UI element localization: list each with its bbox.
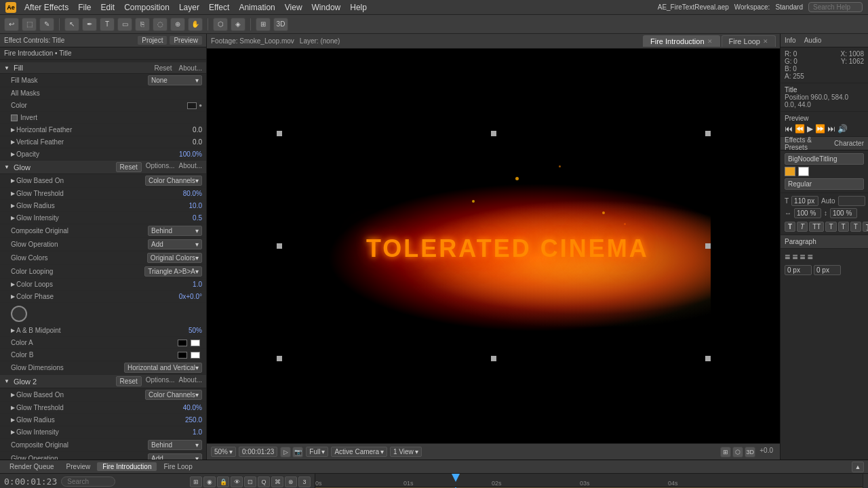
glow-based-dropdown[interactable]: Color Channels ▾ xyxy=(145,176,202,186)
align-center-btn[interactable]: ≡ xyxy=(792,251,797,262)
super-btn[interactable]: T xyxy=(838,222,849,232)
comp-tab-fire-loop[interactable]: Fire Loop ✕ xyxy=(722,35,776,47)
h-feather-value[interactable]: 0.0 xyxy=(193,126,202,134)
justify-btn[interactable]: ≡ xyxy=(808,251,813,262)
color-swatch[interactable] xyxy=(187,102,197,109)
color-phase-value[interactable]: 0x+0.0° xyxy=(179,293,202,300)
v-feather-value[interactable]: 0.0 xyxy=(193,138,202,146)
font-size-input[interactable] xyxy=(791,196,818,206)
indent-right-input[interactable] xyxy=(814,265,841,275)
glow2-intensity-value[interactable]: 1.0 xyxy=(193,428,202,436)
prev-back-btn[interactable]: ⏪ xyxy=(795,124,805,134)
menu-effect[interactable]: Effect xyxy=(209,3,229,12)
handle-ml[interactable] xyxy=(277,243,282,249)
handle-tc[interactable] xyxy=(491,131,496,136)
comp-tab-close-loop[interactable]: ✕ xyxy=(763,38,768,45)
tool-select[interactable]: ↖ xyxy=(64,18,79,31)
snap-btn[interactable]: ⊞ xyxy=(256,18,271,31)
font-dropdown[interactable]: BigNoodleTitling xyxy=(785,153,864,165)
glow-reset-btn[interactable]: Reset xyxy=(116,162,142,172)
tool-feather[interactable]: ◈ xyxy=(231,18,245,31)
quality-dropdown[interactable]: Full ▾ xyxy=(306,447,328,457)
motion-blur-btn[interactable]: ⌘ xyxy=(271,476,283,487)
glow-dim-dropdown[interactable]: Horizontal and Vertical ▾ xyxy=(124,363,202,373)
color-b-swatch2[interactable] xyxy=(191,352,200,359)
char-color-white[interactable] xyxy=(798,167,809,176)
tl-expand-btn[interactable]: ▲ xyxy=(852,462,864,472)
underline-btn[interactable]: T̲ xyxy=(863,222,868,232)
glow2-reset-btn[interactable]: Reset xyxy=(116,376,142,386)
char-color-orange[interactable] xyxy=(785,167,795,176)
indent-left-input[interactable] xyxy=(785,265,812,275)
zoom-dropdown[interactable]: 50% ▾ xyxy=(211,447,236,457)
allcaps-btn[interactable]: TT xyxy=(809,222,824,232)
tool-clone[interactable]: ⎘ xyxy=(135,18,150,31)
sub-btn[interactable]: T xyxy=(850,222,861,232)
tool-pen[interactable]: ✒ xyxy=(82,18,97,31)
glow-threshold-value[interactable]: 80.0% xyxy=(183,190,202,197)
3d-layer-btn[interactable]: 3 xyxy=(298,476,311,487)
menu-items[interactable]: After Effects File Edit Composition Laye… xyxy=(24,3,367,12)
menu-edit[interactable]: Edit xyxy=(100,3,115,12)
camera-dropdown[interactable]: Active Camera ▾ xyxy=(331,447,387,457)
prev-fwd-btn[interactable]: ⏩ xyxy=(815,124,825,134)
comp-tab-close-intro[interactable]: ✕ xyxy=(707,38,713,45)
font-style-dropdown[interactable]: Regular xyxy=(785,178,864,190)
tool-camera[interactable]: ⊕ xyxy=(170,18,185,31)
horiz-scale-input[interactable] xyxy=(794,208,821,218)
menu-view[interactable]: View xyxy=(285,3,302,12)
prev-first-btn[interactable]: ⏮ xyxy=(785,124,793,134)
lock-btn[interactable]: 🔒 xyxy=(217,476,229,487)
tool-btn-3[interactable]: ✎ xyxy=(39,18,54,31)
fill-mask-dropdown[interactable]: None ▾ xyxy=(148,75,202,85)
view-dropdown[interactable]: 1 View ▾ xyxy=(390,447,422,457)
menu-help[interactable]: Help xyxy=(350,3,367,12)
glow2-radius-value[interactable]: 250.0 xyxy=(185,416,202,424)
opacity-value[interactable]: 100.0% xyxy=(179,150,202,158)
handle-bl[interactable] xyxy=(277,356,282,361)
3d-btn[interactable]: 3D xyxy=(273,18,288,31)
color-loops-value[interactable]: 1.0 xyxy=(193,281,202,288)
info-tab[interactable]: Info xyxy=(785,37,796,44)
glow2-based-dropdown[interactable]: Color Channels ▾ xyxy=(145,390,202,400)
glow-op-dropdown[interactable]: Add ▾ xyxy=(148,239,202,249)
italic-btn[interactable]: T xyxy=(797,222,808,232)
tool-pan[interactable]: ✋ xyxy=(188,18,203,31)
vp-btn-snapshot[interactable]: 📷 xyxy=(292,447,303,458)
tab-fire-loop-tl[interactable]: Fire Loop xyxy=(158,462,197,471)
color-looping-dropdown[interactable]: Triangle A>B>A ▾ xyxy=(144,266,202,277)
glow2-section-header[interactable]: ▼ Glow 2 Reset Options... About... xyxy=(0,375,206,388)
align-left-btn[interactable]: ≡ xyxy=(785,251,790,262)
tab-project[interactable]: Project xyxy=(138,36,167,45)
timeline-scroll[interactable] xyxy=(863,474,868,488)
color-phase-dial[interactable] xyxy=(11,306,27,322)
hide-shy-btn[interactable]: 👁 xyxy=(231,476,243,487)
workspace-value[interactable]: Standard xyxy=(775,3,803,11)
glow-intensity-value[interactable]: 0.5 xyxy=(193,214,202,222)
handle-mr[interactable] xyxy=(705,243,711,249)
tab-preview[interactable]: Preview xyxy=(170,36,202,45)
glow-options-btn[interactable]: Options... xyxy=(146,162,175,172)
tab-preview-tl[interactable]: Preview xyxy=(61,462,96,471)
new-comp-btn[interactable]: ⊞ xyxy=(190,476,202,487)
vert-scale-input[interactable] xyxy=(830,208,857,218)
solo-btn[interactable]: ◉ xyxy=(203,476,216,487)
audio-tab[interactable]: Audio xyxy=(804,37,822,44)
prev-audio-btn[interactable]: 🔊 xyxy=(837,124,848,134)
glow2-about-btn[interactable]: About... xyxy=(179,376,202,386)
handle-bc[interactable] xyxy=(491,356,496,361)
tool-btn-1[interactable]: ↩ xyxy=(4,18,19,31)
tab-fire-intro-tl[interactable]: Fire Introduction xyxy=(97,462,157,471)
color-b-swatch[interactable] xyxy=(178,352,187,359)
align-right-btn[interactable]: ≡ xyxy=(800,251,805,262)
handle-tr[interactable] xyxy=(705,131,711,136)
paragraph-label[interactable]: Paragraph xyxy=(785,238,816,245)
quality-btn[interactable]: Q xyxy=(258,476,270,487)
menu-window[interactable]: Window xyxy=(312,3,341,12)
vp-btn-ram[interactable]: ▷ xyxy=(280,447,291,458)
menu-after-effects[interactable]: After Effects xyxy=(24,3,68,12)
glow-section-header[interactable]: ▼ Glow Reset Options... About... xyxy=(0,161,206,174)
tab-render-queue[interactable]: Render Queue xyxy=(4,462,60,471)
help-search[interactable] xyxy=(808,2,863,12)
menu-animation[interactable]: Animation xyxy=(239,3,275,12)
